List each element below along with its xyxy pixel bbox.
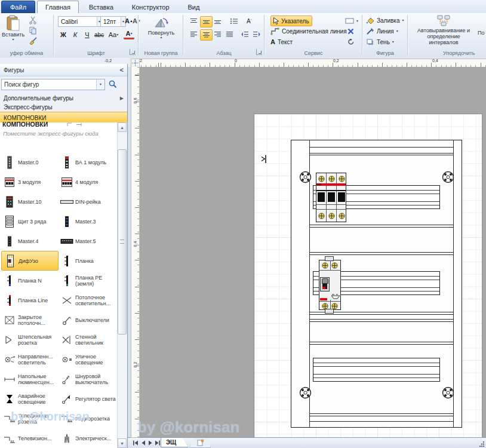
din-rail-bottom[interactable] [313, 358, 440, 382]
last-page-button[interactable] [154, 439, 161, 447]
stencil-master-terminal-strip[interactable]: Master.0 [1, 152, 59, 172]
rcd-difuzo-shape[interactable] [319, 260, 341, 310]
arrange-more-button[interactable]: По [478, 30, 484, 36]
align-right-button[interactable] [212, 29, 223, 39]
stencil-master-difuzo[interactable]: ДифУзо [1, 251, 59, 271]
bold-button[interactable]: Ж [58, 29, 69, 40]
stencil-scrollbar[interactable]: ▲ ▼ [117, 122, 127, 448]
prev-page-button[interactable] [140, 439, 147, 447]
stencil-master-cabinet[interactable]: Щит 3 ряда [1, 211, 59, 231]
align-left-button[interactable] [188, 29, 199, 39]
strikethrough-button[interactable]: abc [94, 29, 104, 40]
stencil-master-bar-line[interactable]: Планка Line [1, 290, 59, 310]
search-input[interactable]: Поиск фигур ▾ [1, 79, 105, 90]
stencil-master-switch[interactable]: Выключатели [59, 310, 116, 330]
stencil-master-electric[interactable]: Электрическ... [59, 428, 116, 448]
pointer-tool-button[interactable]: Указатель [270, 16, 312, 26]
autoalign-button[interactable]: Автовыравнивание и определение интервало… [412, 15, 475, 51]
align-top-button[interactable] [188, 16, 199, 26]
search-dropdown-icon[interactable]: ▾ [96, 79, 104, 90]
bullets-button[interactable] [228, 16, 239, 26]
master-label: Направленн... осветитель [17, 354, 59, 366]
rectangle-tool-button[interactable]: ▾ [343, 16, 360, 26]
stencil-master-cord-switch[interactable]: Шнуровой выключатель [59, 369, 116, 389]
stencil-master-socket[interactable]: Штепсельная розетка [1, 330, 59, 349]
scroll-up-button[interactable]: ▲ [118, 122, 127, 132]
justify-button[interactable] [224, 29, 235, 39]
align-bottom-button[interactable] [212, 16, 223, 26]
increase-indent-button[interactable] [251, 29, 262, 39]
insert-page-tab[interactable] [189, 438, 211, 448]
chevron-right-icon: ▶ [120, 96, 124, 101]
scroll-down-button[interactable]: ▼ [118, 438, 127, 448]
tab-home[interactable]: Главная [37, 1, 79, 13]
stencil-master-wall-light[interactable]: Стенной светильник [59, 330, 116, 349]
stencil-master-street-light[interactable]: Уличное освещение [59, 349, 116, 369]
terminal-screw-icon [328, 176, 335, 182]
cut-button[interactable] [27, 16, 38, 25]
italic-button[interactable]: К [70, 29, 81, 40]
search-icon[interactable] [109, 80, 117, 88]
text-tool-button[interactable]: А Текст [270, 37, 293, 47]
mounting-screw-icon [442, 386, 454, 399]
font-dialog-launcher[interactable] [130, 49, 136, 55]
stencil-master-ceiling-light[interactable]: Потолочное осветительн... [59, 290, 116, 310]
tab-insert[interactable]: Вставка [81, 1, 122, 13]
stencil-master-master10[interactable]: Master.10 [1, 192, 59, 211]
stencil-master-bar[interactable]: Планка [59, 251, 116, 271]
stencil-master-closed-ceiling-light[interactable]: Закрытое потолочн... [1, 310, 59, 330]
font-name-combo[interactable]: Calibri ▾ [58, 16, 102, 27]
breaker-3module-shape[interactable] [316, 173, 346, 222]
copy-button[interactable] [27, 26, 38, 35]
underline-button[interactable]: Ч [82, 29, 93, 40]
text-direction-button[interactable]: Аʼ [244, 16, 254, 26]
rotate-text-button[interactable] [347, 37, 355, 47]
shadow-button[interactable]: Тень▾ [366, 37, 394, 47]
page-tab-active[interactable]: ЭЩ [161, 438, 188, 447]
stencil-master-din-rail[interactable]: DIN-рейка [59, 192, 116, 211]
line-button[interactable]: Линия▾ [366, 26, 398, 36]
drawing-canvas[interactable] [139, 67, 486, 438]
first-page-button[interactable] [132, 439, 139, 447]
tab-design[interactable]: Конструктор [124, 1, 178, 13]
stencil-master-bar-pe[interactable]: Планка PE (земля) [59, 271, 116, 290]
stencil-master-breaker-3[interactable]: 3 модуля [1, 172, 59, 192]
align-center-button[interactable] [200, 29, 213, 41]
next-page-button[interactable] [147, 439, 154, 447]
phone-socket-icon [2, 412, 17, 426]
tab-view[interactable]: Вид [180, 1, 208, 13]
change-case-button[interactable]: Aa▾ [108, 29, 119, 40]
stencil-master-radio-socket[interactable]: Радиорозетка [59, 409, 116, 428]
stencil-master-tv-socket[interactable]: Телевизион... [1, 428, 59, 448]
file-tab[interactable]: Файл [1, 1, 35, 13]
stencil-float-controls-icon[interactable] [67, 122, 82, 127]
align-middle-button[interactable] [200, 16, 213, 27]
panel-collapse-button[interactable]: < [120, 66, 124, 73]
rotate-button[interactable]: Повернуть ▾ [147, 15, 175, 51]
stencil-master-master3[interactable]: Master.3 [59, 211, 116, 231]
drawing-page[interactable] [254, 113, 482, 438]
stencil-master-floor-fluorescent[interactable]: Напольные люминесцен... [1, 369, 59, 389]
paste-button[interactable]: Вставить ▾ [1, 15, 25, 51]
delete-connector-button[interactable] [347, 26, 354, 36]
stencil-master-breaker-4[interactable]: 4 модуля [59, 172, 116, 192]
stencil-master-dimmer[interactable]: Регулятор света [59, 389, 116, 409]
decrease-indent-button[interactable] [239, 29, 250, 39]
stencil-master-master4[interactable]: Master.4 [1, 231, 59, 251]
stencil-master-directional-light[interactable]: Направленн... осветитель [1, 349, 59, 369]
connector-tool-button[interactable]: Соединительная линия [270, 26, 347, 36]
stencil-master-emergency-light[interactable]: Аварийное освещение [1, 389, 59, 409]
format-painter-button[interactable] [27, 36, 38, 45]
stencil-content: КОМПОНОВКИ Поместите экспресс-фигуры сюд… [0, 122, 127, 448]
resize-grip[interactable] [479, 441, 485, 447]
paragraph-dialog-launcher[interactable] [256, 49, 262, 55]
stencil-master-master5[interactable]: Master.5 [59, 231, 116, 251]
font-color-button[interactable]: А▾ [124, 29, 134, 39]
fill-button[interactable]: Заливка▾ [366, 16, 404, 25]
font-size-combo[interactable]: 12пт ▾ [100, 16, 126, 27]
stencil-master-phone-socket[interactable]: Телефонная розетка [1, 409, 59, 428]
stencil-master-bar-n[interactable]: Планка N [1, 271, 59, 290]
stencil-master-breaker-1[interactable]: ВА 1 модуль [59, 152, 116, 172]
cabinet-shape[interactable] [291, 140, 462, 428]
scroll-thumb[interactable] [118, 149, 127, 335]
